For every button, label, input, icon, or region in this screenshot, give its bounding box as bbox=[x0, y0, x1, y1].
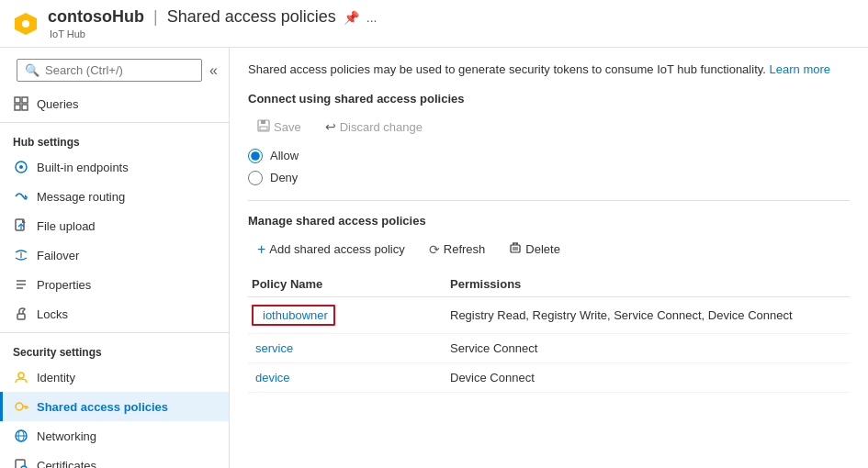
properties-icon bbox=[13, 276, 29, 293]
save-toolbar: Save ↩ Discard change bbox=[248, 115, 850, 139]
hub-subtitle: IoT Hub bbox=[50, 28, 377, 39]
delete-button[interactable]: Delete bbox=[500, 237, 569, 262]
add-policy-button[interactable]: + Add shared access policy bbox=[248, 237, 414, 262]
failover-label: Failover bbox=[37, 249, 79, 262]
file-icon bbox=[13, 217, 29, 234]
failover-icon bbox=[13, 247, 29, 263]
deny-radio[interactable] bbox=[248, 171, 263, 185]
policy-name-cell: device bbox=[248, 371, 450, 384]
deny-radio-item[interactable]: Deny bbox=[248, 171, 850, 185]
identity-icon bbox=[13, 369, 29, 385]
endpoint-icon bbox=[13, 159, 29, 175]
svg-rect-15 bbox=[17, 314, 25, 319]
hub-name: contosoHub bbox=[48, 7, 144, 27]
sidebar: 🔍 « Queries Hub settings Built-in endpoi… bbox=[0, 48, 230, 468]
permissions-cell: Service Connect bbox=[450, 341, 850, 355]
refresh-icon: ⟳ bbox=[429, 242, 440, 257]
cert-icon: ✓ bbox=[13, 457, 29, 468]
svg-point-7 bbox=[19, 165, 23, 169]
sidebar-item-file-upload[interactable]: File upload bbox=[0, 211, 229, 240]
main-content: 🔍 « Queries Hub settings Built-in endpoi… bbox=[0, 48, 868, 468]
policy-name-cell: iothubowner bbox=[248, 305, 450, 326]
discard-button[interactable]: ↩ Discard change bbox=[316, 115, 432, 139]
svg-point-16 bbox=[18, 373, 24, 378]
queries-label: Queries bbox=[37, 97, 79, 111]
table-header: Policy Name Permissions bbox=[248, 272, 850, 297]
more-icon[interactable]: ... bbox=[366, 10, 378, 25]
table-row: iothubowner Registry Read, Registry Writ… bbox=[248, 297, 850, 334]
sidebar-item-queries[interactable]: Queries bbox=[0, 89, 229, 118]
manage-section-title: Manage shared access policies bbox=[248, 214, 850, 228]
svg-point-1 bbox=[22, 20, 29, 28]
radio-group: Allow Deny bbox=[248, 149, 850, 185]
sidebar-item-networking[interactable]: Networking bbox=[0, 421, 229, 451]
col-policy-header: Policy Name bbox=[248, 277, 450, 291]
svg-rect-2 bbox=[15, 97, 20, 103]
collapse-button[interactable]: « bbox=[206, 59, 221, 83]
panel-info: Shared access policies may be used to ge… bbox=[248, 61, 850, 79]
network-icon bbox=[13, 428, 29, 444]
hub-settings-label: Hub settings bbox=[0, 127, 229, 152]
table-row: device Device Connect bbox=[248, 363, 850, 393]
security-settings-label: Security settings bbox=[0, 337, 229, 362]
file-upload-label: File upload bbox=[37, 219, 96, 233]
active-policy-box: iothubowner bbox=[252, 305, 335, 326]
locks-label: Locks bbox=[37, 307, 68, 321]
properties-label: Properties bbox=[37, 278, 91, 292]
sidebar-item-failover[interactable]: Failover bbox=[0, 240, 229, 270]
allow-radio[interactable] bbox=[248, 149, 263, 163]
networking-label: Networking bbox=[37, 429, 96, 443]
col-permissions-header: Permissions bbox=[450, 277, 850, 291]
search-input[interactable] bbox=[45, 63, 194, 77]
pin-icon[interactable]: 📌 bbox=[344, 10, 359, 25]
permissions-cell: Registry Read, Registry Write, Service C… bbox=[450, 308, 850, 322]
svg-rect-28 bbox=[261, 120, 265, 124]
panel: Shared access policies may be used to ge… bbox=[230, 48, 868, 468]
search-box[interactable]: 🔍 bbox=[17, 59, 202, 82]
certificates-label: Certificates bbox=[37, 459, 96, 469]
allow-radio-item[interactable]: Allow bbox=[248, 149, 850, 163]
sidebar-item-built-in-endpoints[interactable]: Built-in endpoints bbox=[0, 152, 229, 182]
built-in-endpoints-label: Built-in endpoints bbox=[37, 161, 129, 174]
sidebar-item-message-routing[interactable]: Message routing bbox=[0, 182, 229, 211]
hub-icon bbox=[13, 11, 39, 37]
title-bar: contosoHub | Shared access policies 📌 ..… bbox=[0, 0, 868, 48]
queries-icon bbox=[13, 95, 29, 112]
sidebar-item-properties[interactable]: Properties bbox=[0, 270, 229, 299]
refresh-button[interactable]: ⟳ Refresh bbox=[420, 238, 495, 262]
save-button[interactable]: Save bbox=[248, 115, 310, 139]
allow-label: Allow bbox=[270, 149, 299, 162]
policy-name-cell: service bbox=[248, 341, 450, 355]
policy-link-iothubowner[interactable]: iothubowner bbox=[259, 308, 328, 322]
lock-icon bbox=[13, 306, 29, 322]
delete-icon bbox=[509, 241, 522, 257]
policy-link-device[interactable]: device bbox=[252, 371, 290, 384]
sidebar-item-shared-access-policies[interactable]: Shared access policies bbox=[0, 392, 229, 421]
manage-toolbar: + Add shared access policy ⟳ Refresh Del… bbox=[248, 237, 850, 262]
add-icon: + bbox=[257, 241, 265, 258]
learn-more-link[interactable]: Learn more bbox=[770, 62, 830, 76]
discard-icon: ↩ bbox=[325, 119, 336, 134]
svg-rect-5 bbox=[22, 105, 28, 110]
message-routing-label: Message routing bbox=[37, 190, 125, 204]
svg-point-17 bbox=[16, 403, 23, 410]
policy-link-service[interactable]: service bbox=[252, 341, 293, 355]
shared-access-policies-label: Shared access policies bbox=[37, 400, 168, 414]
deny-label: Deny bbox=[270, 171, 298, 184]
identity-label: Identity bbox=[37, 371, 75, 384]
search-icon: 🔍 bbox=[25, 63, 39, 77]
title-left: contosoHub | Shared access policies 📌 ..… bbox=[48, 7, 377, 39]
sidebar-item-locks[interactable]: Locks bbox=[0, 299, 229, 329]
svg-rect-29 bbox=[260, 127, 267, 130]
sidebar-item-identity[interactable]: Identity bbox=[0, 362, 229, 392]
permissions-cell: Device Connect bbox=[450, 371, 850, 384]
policies-table: Policy Name Permissions iothubowner Regi… bbox=[248, 272, 850, 393]
connect-section-title: Connect using shared access policies bbox=[248, 92, 850, 106]
save-icon bbox=[257, 119, 270, 135]
table-row: service Service Connect bbox=[248, 334, 850, 363]
sidebar-item-certificates[interactable]: ✓ Certificates bbox=[0, 451, 229, 468]
page-title: Shared access policies bbox=[167, 7, 336, 27]
title-separator: | bbox=[153, 7, 158, 27]
svg-rect-3 bbox=[22, 97, 28, 103]
key-icon bbox=[13, 398, 29, 415]
